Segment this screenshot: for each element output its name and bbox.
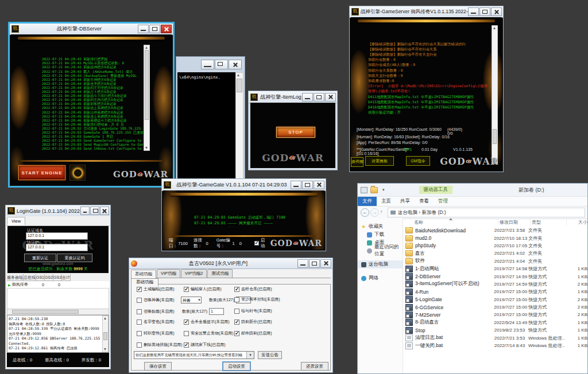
folder-icon[interactable] xyxy=(370,187,378,193)
pangu-subtab[interactable]: 基础功能 xyxy=(131,278,158,286)
checkbox[interactable] xyxy=(137,331,142,336)
send-announce-button[interactable]: 发送公告 xyxy=(258,351,282,359)
select[interactable]: 神兽 xyxy=(181,297,202,303)
file-row[interactable]: 盘古 2022/7/21 4:02 文件夹 xyxy=(403,250,587,257)
stop-button[interactable]: STOP xyxy=(276,127,315,138)
gear-icon[interactable] xyxy=(69,165,86,181)
file-row[interactable]: Stop 2019/8/2 23:53 快捷方式 1 KB xyxy=(403,326,587,334)
quick-access-caret-icon[interactable]: ▾ xyxy=(382,188,385,192)
file-row[interactable]: mud2.0 2022/7/10 18:13 文件夹 xyxy=(403,234,587,241)
option[interactable]: 攻沙脚本控制(未启用) xyxy=(234,297,280,302)
checkbox[interactable] xyxy=(137,309,142,314)
file-row[interactable]: 8-启动盘古 2022/5/24 13:49 快捷方式 1 KB xyxy=(403,319,587,326)
qty-input[interactable]: 1 xyxy=(209,308,224,315)
checkbox[interactable] xyxy=(184,287,189,292)
option[interactable]: 给与封号(未启用) xyxy=(234,308,272,314)
file-row[interactable]: 清理日志.bat 2022/7/21 3:53 Windows 批处理... 1… xyxy=(403,334,587,341)
minimize-button[interactable] xyxy=(302,93,313,102)
column-header[interactable]: GS1 xyxy=(36,274,45,281)
option[interactable]: 防刷新分(已启用) xyxy=(234,319,272,325)
minimize-button[interactable] xyxy=(468,7,479,16)
drive-tools-tab[interactable]: 驱动器工具 xyxy=(419,186,453,194)
ribbon-tab[interactable]: 文件 xyxy=(358,197,377,206)
maximize-button[interactable] xyxy=(302,181,313,189)
column-header[interactable]: GS3 xyxy=(53,274,62,281)
gameserver-scrollbar[interactable] xyxy=(492,25,498,164)
file-row[interactable]: 6-GGService 2019/7/27 15:00 快捷方式 2 KB xyxy=(403,303,587,311)
column-header-size[interactable]: 大小 xyxy=(567,219,587,225)
address-input[interactable]: 这台电脑 › 新加卷 (D:) xyxy=(388,208,585,217)
checkbox[interactable] xyxy=(184,342,189,348)
dbserver-titlebar[interactable]: 战神引擎-DBServer xyxy=(10,24,173,35)
ribbon-tab[interactable]: 管理 xyxy=(434,197,452,206)
dbserver-scrollbar[interactable] xyxy=(144,45,150,151)
ribbon-tab[interactable]: 主页 xyxy=(377,197,396,206)
checkbox[interactable] xyxy=(184,331,189,336)
start-settings-button[interactable]: 启动设置 xyxy=(223,362,250,371)
announce-combobox[interactable]: 你们这群憨笔再不充钱劳资现在就关区,只等两分钟,快让劳资看到钱 ▾ xyxy=(134,351,254,359)
gm-command-button[interactable]: GM指令 xyxy=(406,156,430,166)
maximize-button[interactable] xyxy=(215,60,228,69)
file-row[interactable]: phpStudy 2022/7/10 17:05 文件夹 xyxy=(403,242,587,250)
sidebar-item[interactable]: 最近访问的位置 xyxy=(358,247,403,255)
checkbox[interactable] xyxy=(137,298,142,303)
option[interactable]: 删除英雄技能(未启用) xyxy=(137,342,183,348)
option[interactable]: 远程仓库(已启用) xyxy=(234,286,272,292)
option[interactable]: 召唤骷髅(未启用)数量(最大127)1 xyxy=(137,308,224,315)
maximize-button[interactable] xyxy=(314,93,324,102)
column-header[interactable]: 合计 xyxy=(62,274,71,281)
menu-view[interactable]: View xyxy=(7,217,25,225)
gameserver-titlebar[interactable]: 战神引擎-GameServer 御风传奇V1.0.1.135 2022-07-2… xyxy=(350,6,503,18)
column-header[interactable]: 服务器组 xyxy=(7,274,24,281)
tab[interactable]: 测试功能 xyxy=(207,269,233,278)
auth-domain-input[interactable]: 127.0.0.1 xyxy=(26,232,88,240)
checkbox[interactable] xyxy=(137,320,142,325)
close-button[interactable] xyxy=(161,25,172,33)
forward-icon[interactable]: → xyxy=(370,208,379,217)
up-icon[interactable]: ↑ xyxy=(380,209,382,215)
close-button[interactable] xyxy=(229,60,242,69)
tab[interactable]: 基础功能 xyxy=(131,270,156,278)
reauth-button[interactable]: 重新认证 xyxy=(24,254,56,262)
restore-settings-button[interactable]: 还原设置 xyxy=(301,362,328,371)
maximize-button[interactable] xyxy=(149,25,160,33)
back-icon[interactable]: ← xyxy=(361,208,369,217)
panel-button-partial[interactable]: 操作面 xyxy=(351,157,363,167)
change-code-button[interactable]: 更换认证码 xyxy=(57,254,92,262)
column-header-type[interactable]: 类型 xyxy=(531,219,567,225)
close-button[interactable] xyxy=(491,7,502,16)
column-header[interactable]: 总在线 xyxy=(24,274,36,281)
pangu-titlebar[interactable]: 盘古V0502 [永久VIP用户] xyxy=(129,258,332,269)
settings-panel-button[interactable]: 设置面板 xyxy=(365,156,394,166)
explorer-titlebar[interactable]: ▾ 驱动器工具 新加卷 (D:) xyxy=(358,184,587,197)
checkbox[interactable] xyxy=(234,320,239,325)
maximize-button[interactable] xyxy=(90,207,99,215)
checkbox[interactable] xyxy=(184,320,189,325)
start-engine-button[interactable]: START ENGINE xyxy=(18,165,65,180)
sidebar-item[interactable]: 收藏夹 xyxy=(358,223,403,231)
tab[interactable]: VIP功能2 xyxy=(181,269,207,278)
minimize-button[interactable] xyxy=(80,207,90,215)
option[interactable]: 击杀全服提示(未启用) xyxy=(184,319,230,325)
checkbox[interactable] xyxy=(234,331,239,336)
sidebar-item[interactable]: 下载 xyxy=(358,231,403,239)
checkbox[interactable] xyxy=(137,342,142,348)
logingate-titlebar[interactable]: LoginGate (1.0.1.104) 2022-... xyxy=(6,205,110,217)
maximize-button[interactable] xyxy=(479,7,490,16)
ribbon-tab[interactable]: 共享 xyxy=(396,197,415,206)
minimize-button[interactable] xyxy=(291,181,301,189)
ribbon-tab[interactable]: 查看 xyxy=(415,197,434,206)
sidebar-item[interactable]: 这台电脑 xyxy=(358,260,403,268)
tab[interactable]: VIP功能 xyxy=(157,269,180,278)
checkbox[interactable] xyxy=(234,309,239,314)
option[interactable]: 邮件防刷(已启用) xyxy=(234,330,272,336)
gamegate-titlebar[interactable]: 战神引擎-GameGate V1.0.1.104 07-21 04:29:03 xyxy=(162,179,326,191)
column-header-name[interactable]: 名称 xyxy=(403,219,498,225)
close-button[interactable] xyxy=(100,207,109,215)
file-row[interactable]: 2-DBServer 2019/7/27 14:59 快捷方式 1 KB xyxy=(403,272,587,280)
close-button[interactable] xyxy=(314,181,324,189)
option[interactable]: 转职变性(未启用) xyxy=(137,330,175,336)
file-row[interactable]: 3-ItemLogServer(可以不启动) 2019/7/27 14:59 快… xyxy=(403,280,587,288)
option[interactable]: 蝙蝠穿人(已启用) xyxy=(184,286,222,292)
close-button[interactable] xyxy=(325,93,336,102)
